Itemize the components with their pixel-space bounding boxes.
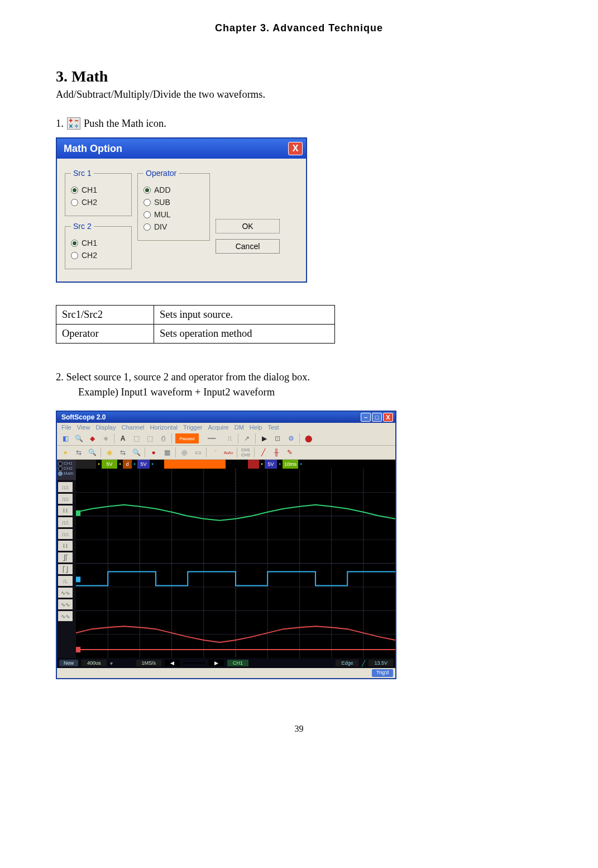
close-icon[interactable]: X bbox=[383, 413, 393, 422]
src1-ch2-radio[interactable]: CH2 bbox=[71, 198, 126, 207]
waveform-icon[interactable]: ∿∿ bbox=[58, 588, 73, 598]
pulse-icon[interactable]: ⎍ bbox=[224, 433, 235, 443]
table-cell-val: Sets input source. bbox=[154, 306, 335, 325]
waveform-icon[interactable]: ⌇⌇ bbox=[58, 505, 73, 516]
close-icon[interactable]: X bbox=[288, 142, 303, 155]
menu-channel[interactable]: Channel bbox=[121, 424, 144, 431]
status-trigd: Trig'd bbox=[372, 669, 393, 677]
play-icon[interactable]: ▶ bbox=[259, 433, 269, 443]
tool-icon[interactable]: ⬤ bbox=[303, 433, 313, 443]
channel-chip[interactable]: 5V bbox=[137, 460, 150, 469]
src2-ch2-radio[interactable]: CH2 bbox=[71, 251, 126, 260]
side-math-radio[interactable]: Math bbox=[58, 471, 75, 476]
minimize-icon[interactable]: – bbox=[361, 413, 371, 422]
zoom-icon[interactable]: 🔍 bbox=[74, 433, 84, 443]
side-ch1-radio[interactable]: CH1 bbox=[58, 461, 75, 466]
menu-file[interactable]: File bbox=[61, 424, 71, 431]
tool-icon[interactable]: Auto bbox=[223, 447, 233, 457]
op-div-radio[interactable]: DIV bbox=[143, 222, 204, 231]
channel-chip[interactable]: • bbox=[277, 460, 283, 469]
dot-icon[interactable]: ● bbox=[60, 447, 70, 457]
status-new[interactable]: New bbox=[59, 660, 78, 666]
tool-icon[interactable]: Paused bbox=[175, 433, 199, 443]
tool-icon[interactable]: ▭ bbox=[193, 447, 203, 457]
edge-rise-icon[interactable]: ⎦⎡ bbox=[58, 552, 73, 562]
page-number: 39 bbox=[56, 724, 542, 734]
channel-chip[interactable]: • bbox=[117, 460, 123, 469]
menu-help[interactable]: Help bbox=[250, 424, 262, 431]
tool-icon[interactable]: ◧ bbox=[60, 433, 70, 443]
tool-icon[interactable]: ⇆ bbox=[74, 447, 84, 457]
menu-view[interactable]: View bbox=[77, 424, 90, 431]
tool-icon[interactable]: ⎙ bbox=[158, 433, 168, 443]
tool-icon[interactable]: ◆ bbox=[87, 433, 97, 443]
waveform-icon[interactable]: ⎍⎍ bbox=[58, 529, 73, 539]
menu-horizontal[interactable]: Horizontal bbox=[150, 424, 178, 431]
channel-chip[interactable]: • bbox=[150, 460, 155, 469]
tool-icon[interactable]: ⎆ bbox=[101, 433, 111, 443]
cancel-button[interactable]: Cancel bbox=[216, 239, 280, 254]
math-icon[interactable]: + − × ÷ bbox=[67, 117, 80, 130]
channel-chip[interactable]: 10ms bbox=[283, 460, 298, 469]
radio-icon bbox=[143, 199, 151, 206]
zoom-icon[interactable]: 🔍 bbox=[87, 447, 97, 457]
waveform-icon[interactable]: ⎍⎍ bbox=[58, 482, 73, 492]
zoom-icon[interactable]: 🔍 bbox=[131, 447, 141, 457]
pulse-icon[interactable]: ⎍. bbox=[58, 576, 73, 586]
dot-icon[interactable]: ◉ bbox=[104, 447, 114, 457]
op-sub-radio[interactable]: SUB bbox=[143, 198, 204, 207]
prev-icon[interactable]: ◀ bbox=[165, 660, 180, 666]
svg-rect-19 bbox=[76, 576, 80, 582]
src2-opt-1: CH2 bbox=[82, 251, 97, 260]
channel-chip[interactable] bbox=[226, 460, 248, 469]
record-icon[interactable]: ● bbox=[149, 447, 159, 457]
src2-ch1-radio[interactable]: CH1 bbox=[71, 239, 126, 247]
maximize-icon[interactable]: □ bbox=[372, 413, 382, 422]
waveform-icon[interactable]: ∿∿ bbox=[58, 599, 73, 609]
grid-icon[interactable]: ▦ bbox=[162, 447, 172, 457]
tool-a-icon[interactable]: A bbox=[118, 433, 128, 443]
menu-display[interactable]: Display bbox=[95, 424, 116, 431]
channel-chip[interactable] bbox=[248, 460, 259, 469]
channel-chip[interactable]: • bbox=[298, 460, 304, 469]
next-icon[interactable]: ▶ bbox=[209, 660, 224, 666]
tool-icon[interactable]: ╫ bbox=[271, 447, 281, 457]
op-opt-3: DIV bbox=[154, 222, 167, 231]
tool-icon[interactable]: ━━ bbox=[202, 433, 221, 443]
channel-chip[interactable]: 5V bbox=[265, 460, 277, 469]
channel-chip[interactable]: 5V bbox=[102, 460, 117, 469]
cursor-icon[interactable]: ↗ bbox=[242, 433, 252, 443]
menu-acquire[interactable]: Acquire bbox=[208, 424, 228, 431]
ok-button[interactable]: OK bbox=[216, 219, 280, 233]
tool-icon[interactable]: ⇆ bbox=[118, 447, 128, 457]
menu-test[interactable]: Test bbox=[267, 424, 279, 431]
waveform-icon[interactable]: ⌇⌇ bbox=[58, 541, 73, 551]
tool-icon[interactable]: ⊡ bbox=[272, 433, 283, 443]
channel-chip[interactable]: • bbox=[132, 460, 137, 469]
waveform-icon[interactable]: ⎍⎍ bbox=[58, 517, 73, 527]
waveform-icon[interactable]: ∿∿ bbox=[58, 611, 73, 621]
tool-icon[interactable]: ⎖ bbox=[210, 447, 220, 457]
menu-dm[interactable]: DM bbox=[235, 424, 244, 431]
op-mul-radio[interactable]: MUL bbox=[143, 210, 204, 219]
gear-icon[interactable]: ⚙ bbox=[286, 433, 296, 443]
target-icon[interactable]: ◎ bbox=[179, 447, 189, 457]
channel-chip[interactable]: d bbox=[123, 460, 132, 469]
slope-icon[interactable]: ╱ bbox=[258, 447, 268, 457]
tool-icon[interactable]: CH1CH2 bbox=[241, 447, 251, 457]
tool-icon[interactable]: ⬚ bbox=[131, 433, 141, 443]
channel-chip[interactable] bbox=[76, 460, 96, 469]
channel-chip[interactable] bbox=[164, 460, 226, 469]
scope-canvas[interactable]: •5V•d•5V••5V•10ms• bbox=[76, 460, 395, 658]
op-add-radio[interactable]: ADD bbox=[143, 185, 204, 194]
src1-ch1-radio[interactable]: CH1 bbox=[71, 185, 126, 194]
side-ch2-radio[interactable]: CH2 bbox=[58, 466, 75, 471]
channel-chip[interactable] bbox=[155, 460, 164, 469]
menu-trigger[interactable]: Trigger bbox=[183, 424, 202, 431]
channel-chip[interactable]: • bbox=[259, 460, 265, 469]
waveform-icon[interactable]: ⎍⎍ bbox=[58, 494, 73, 504]
tool-icon[interactable]: ⬚ bbox=[145, 433, 155, 443]
edge-fall-icon[interactable]: ⎡⎦ bbox=[58, 564, 73, 574]
tool-icon[interactable]: ✎ bbox=[285, 447, 295, 457]
channel-chip[interactable]: • bbox=[96, 460, 102, 469]
